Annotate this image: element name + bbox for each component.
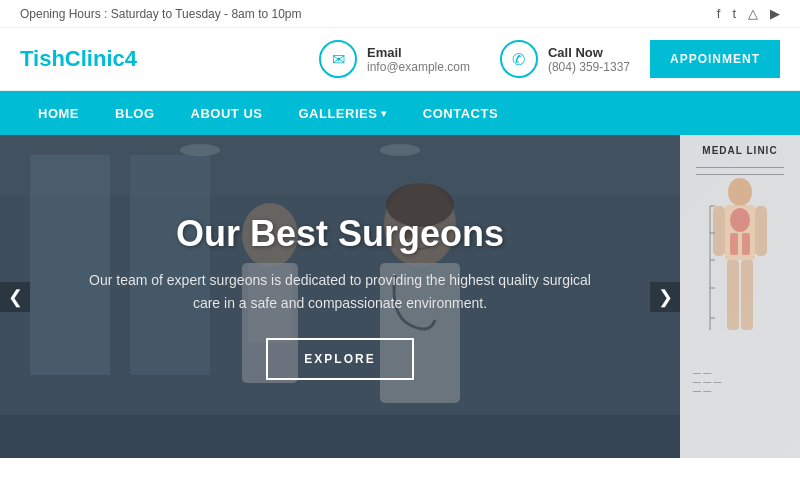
svg-rect-21	[755, 206, 767, 256]
svg-rect-23	[741, 260, 753, 330]
call-icon: ✆	[500, 40, 538, 78]
main-nav: HOME BLOG ABOUT US GALLERIES ▾ CONTACTS	[0, 91, 800, 135]
header: TishClinic4 ✉ Email info@example.com ✆ C…	[0, 28, 800, 91]
email-icon: ✉	[319, 40, 357, 78]
call-info: Call Now (804) 359-1337	[548, 45, 630, 74]
svg-point-15	[728, 178, 752, 206]
social-links: f t △ ▶	[717, 6, 780, 21]
call-contact: ✆ Call Now (804) 359-1337	[500, 40, 630, 78]
svg-rect-19	[742, 233, 750, 255]
contact-items: ✉ Email info@example.com ✆ Call Now (804…	[319, 40, 630, 78]
nav-home[interactable]: HOME	[20, 91, 97, 135]
nav-blog[interactable]: BLOG	[97, 91, 173, 135]
email-info: Email info@example.com	[367, 45, 470, 74]
facebook-icon[interactable]: f	[717, 6, 721, 21]
anatomy-figure	[705, 178, 775, 368]
youtube-icon[interactable]: ▶	[770, 6, 780, 21]
explore-button[interactable]: EXPLORE	[266, 338, 413, 380]
hero-content: Our Best Surgeons Our team of expert sur…	[0, 135, 680, 458]
hero-section: MEDAL LINIC — — — — —	[0, 135, 800, 458]
twitter-icon[interactable]: t	[732, 6, 736, 21]
panel-divider	[696, 167, 784, 168]
nav-galleries[interactable]: GALLERIES ▾	[280, 91, 404, 135]
top-bar: Opening Hours : Saturday to Tuesday - 8a…	[0, 0, 800, 28]
svg-point-17	[730, 208, 750, 232]
panel-text-2: — — —	[685, 377, 795, 386]
instagram-icon[interactable]: △	[748, 6, 758, 21]
svg-rect-22	[727, 260, 739, 330]
medical-panel: MEDAL LINIC — — — — —	[680, 135, 800, 458]
email-label: Email	[367, 45, 470, 60]
svg-rect-20	[713, 206, 725, 256]
email-contact: ✉ Email info@example.com	[319, 40, 470, 78]
carousel-next-button[interactable]: ❯	[650, 282, 680, 312]
opening-hours: Opening Hours : Saturday to Tuesday - 8a…	[20, 7, 301, 21]
nav-contacts[interactable]: CONTACTS	[405, 91, 516, 135]
nav-about-us[interactable]: ABOUT US	[173, 91, 281, 135]
carousel-prev-button[interactable]: ❮	[0, 282, 30, 312]
panel-title: MEDAL LINIC	[702, 145, 777, 156]
call-value: (804) 359-1337	[548, 60, 630, 74]
email-value: info@example.com	[367, 60, 470, 74]
panel-divider-2	[696, 174, 784, 175]
call-label: Call Now	[548, 45, 630, 60]
galleries-dropdown-arrow: ▾	[381, 108, 387, 119]
logo[interactable]: TishClinic4	[20, 46, 299, 72]
panel-text-1: — —	[685, 368, 795, 377]
hero-subtitle: Our team of expert surgeons is dedicated…	[80, 269, 600, 314]
hero-title: Our Best Surgeons	[176, 213, 504, 255]
svg-rect-18	[730, 233, 738, 255]
panel-text-3: — —	[685, 386, 795, 395]
appointment-button[interactable]: APPOINMENT	[650, 40, 780, 78]
